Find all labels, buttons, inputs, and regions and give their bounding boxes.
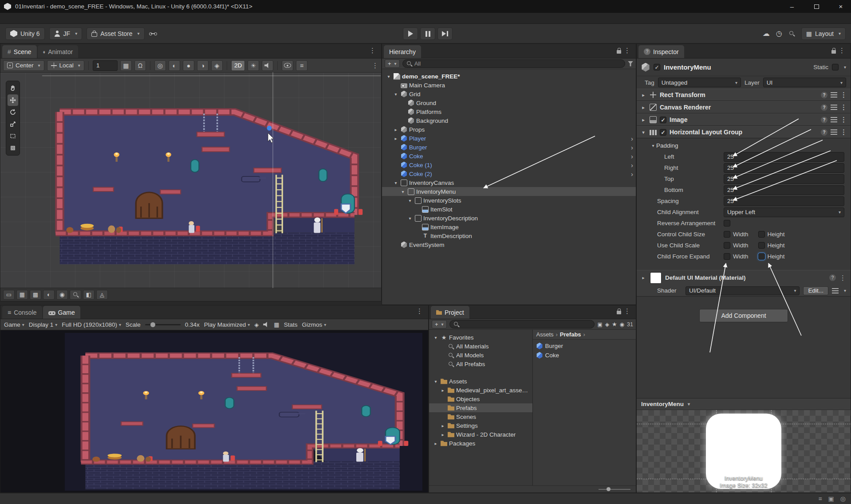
- layout-dropdown[interactable]: ▦ Layout ▾: [801, 27, 846, 40]
- camera-settings-icon[interactable]: ◑: [197, 60, 209, 71]
- stats-toggle[interactable]: Stats: [284, 321, 298, 328]
- panel-menu-icon[interactable]: [416, 307, 423, 315]
- material-presets-icon[interactable]: [832, 288, 839, 293]
- lock-icon[interactable]: [617, 311, 621, 314]
- add-component-button[interactable]: Add Component: [699, 309, 788, 322]
- project-search[interactable]: [449, 320, 595, 328]
- spacing-field[interactable]: [724, 196, 844, 206]
- hierarchy-item-inventorycanvas[interactable]: InventoryCanvas: [382, 178, 636, 187]
- pause-button[interactable]: [420, 27, 435, 40]
- project-folder-all-prefabs[interactable]: All Prefabs: [429, 359, 532, 368]
- hierarchy-item-ground[interactable]: Ground: [382, 98, 636, 107]
- value-field[interactable]: [724, 152, 844, 162]
- display-dropdown[interactable]: Display 1: [29, 321, 58, 328]
- expand-arrow[interactable]: [407, 198, 413, 203]
- hierarchy-item-grid[interactable]: Grid: [382, 90, 636, 98]
- tab-animator[interactable]: ♦ Animator: [38, 45, 79, 58]
- hierarchy-item-platforms[interactable]: Platforms: [382, 107, 636, 116]
- expand-arrow[interactable]: [393, 92, 399, 97]
- play-button[interactable]: [403, 27, 418, 40]
- hierarchy-search-input[interactable]: [414, 60, 622, 67]
- component-menu-icon[interactable]: [840, 116, 847, 124]
- thumbnail-zoom-slider[interactable]: [599, 489, 630, 490]
- minimize-button[interactable]: –: [782, 0, 802, 13]
- component-menu-icon[interactable]: [840, 91, 847, 99]
- tab-console[interactable]: Console: [2, 306, 42, 319]
- resolution-dropdown[interactable]: Full HD (1920x1080): [62, 321, 121, 328]
- tile-palette-icon[interactable]: ▩: [30, 290, 41, 300]
- project-search-input[interactable]: [461, 321, 591, 328]
- hierarchy-search[interactable]: [402, 59, 625, 68]
- project-folder-prefabs[interactable]: Prefabs: [429, 403, 532, 412]
- prefab-open-chevron[interactable]: [631, 161, 633, 169]
- component-canvas-renderer[interactable]: Canvas Renderer: [637, 101, 851, 113]
- search-by-label-icon[interactable]: ◈: [605, 321, 609, 328]
- breadcrumb-current[interactable]: Prefabs: [560, 331, 581, 338]
- presets-icon[interactable]: [831, 92, 837, 98]
- add-asset-button[interactable]: + ▾: [432, 320, 447, 328]
- lock-icon[interactable]: [617, 50, 621, 54]
- presets-icon[interactable]: [831, 117, 837, 122]
- image-enabled-checkbox[interactable]: [660, 117, 666, 123]
- play-maximized-dropdown[interactable]: Play Maximized: [204, 321, 250, 328]
- prefab-open-chevron[interactable]: [631, 144, 633, 151]
- menu-services[interactable]: [52, 13, 62, 24]
- value-field[interactable]: [724, 185, 844, 195]
- expand-arrow[interactable]: [400, 189, 406, 194]
- hierarchy-item-main-camera[interactable]: Main Camera: [382, 81, 636, 90]
- hierarchy-item-burger[interactable]: Burger: [382, 143, 636, 152]
- snap-settings-icon[interactable]: Ω: [134, 60, 146, 71]
- material-menu-icon[interactable]: [839, 274, 846, 282]
- lock-icon[interactable]: [831, 50, 836, 54]
- project-folder-objectes[interactable]: Objectes: [429, 395, 532, 403]
- hidden-count-eye-icon[interactable]: ◉: [620, 321, 624, 328]
- game-mode-dropdown[interactable]: Game: [4, 321, 24, 328]
- game-viewport[interactable]: [0, 330, 428, 492]
- foldout-icon[interactable]: [640, 105, 646, 110]
- preview-dropdown[interactable]: InventoryMenu: [641, 401, 684, 407]
- vsync-icon[interactable]: ◈: [254, 321, 259, 328]
- effects-toggle-icon[interactable]: ◈: [211, 60, 223, 71]
- filter-icon[interactable]: [628, 61, 633, 66]
- panel-menu-icon[interactable]: [839, 47, 845, 55]
- scene-menu-icon[interactable]: [372, 62, 378, 70]
- prefab-open-chevron[interactable]: [631, 135, 633, 142]
- menu-assets[interactable]: [23, 13, 33, 24]
- menu-gameobject[interactable]: [33, 13, 43, 24]
- value-field[interactable]: [724, 174, 844, 184]
- cloud-icon[interactable]: ☁: [763, 29, 770, 38]
- mute-audio-icon[interactable]: [263, 321, 269, 328]
- scale-height-checkbox[interactable]: [758, 242, 765, 249]
- shader-dropdown[interactable]: UI/Default: [686, 286, 800, 295]
- tab-game[interactable]: Game: [43, 306, 80, 319]
- tab-hierarchy[interactable]: Hierarchy: [384, 45, 421, 58]
- panel-menu-icon[interactable]: [624, 307, 630, 315]
- console-status-icon[interactable]: ≡: [818, 495, 822, 502]
- expand-arrow[interactable]: [393, 136, 399, 141]
- value-field[interactable]: [724, 163, 844, 173]
- expand-arrow[interactable]: [433, 441, 439, 446]
- rect-tool[interactable]: [8, 130, 18, 142]
- gameobject-name[interactable]: InventoryMenu: [664, 63, 810, 71]
- padding-foldout[interactable]: Padding: [637, 140, 851, 151]
- project-folder-wizard-2d-character[interactable]: Wizard - 2D Character: [429, 430, 532, 439]
- gizmo-toggle-icon[interactable]: ◎: [154, 60, 166, 71]
- component-rect-transform[interactable]: Rect Transform: [637, 89, 851, 101]
- maximize-button[interactable]: [806, 0, 827, 13]
- menu-window[interactable]: [72, 13, 82, 24]
- component-horizontal-layout-group[interactable]: Horizontal Layout Group: [637, 126, 851, 138]
- asset-store-dropdown[interactable]: Asset Store ▾: [87, 27, 144, 40]
- help-icon[interactable]: [821, 104, 827, 111]
- expand-arrow[interactable]: [440, 423, 446, 428]
- prefab-open-chevron[interactable]: [631, 152, 633, 160]
- grid-snap-icon[interactable]: ▦: [120, 60, 132, 71]
- save-search-star-icon[interactable]: ★: [612, 321, 617, 328]
- account-dropdown[interactable]: JF ▾: [49, 27, 83, 40]
- component-image[interactable]: Image: [637, 113, 851, 126]
- step-button[interactable]: [437, 27, 453, 40]
- project-folder-settings[interactable]: Settings: [429, 421, 532, 430]
- menu-help[interactable]: [82, 13, 91, 24]
- project-folder-assets[interactable]: Assets: [429, 377, 532, 386]
- scale-width-checkbox[interactable]: [724, 242, 730, 249]
- expand-width-checkbox[interactable]: [724, 253, 730, 260]
